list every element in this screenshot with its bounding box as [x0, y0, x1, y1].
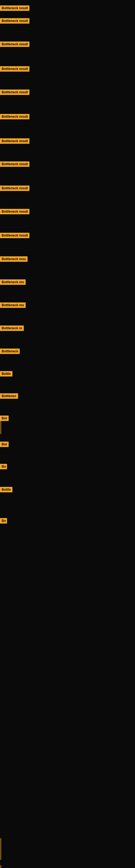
- bottleneck-label: Bottleneck result: [0, 209, 30, 214]
- bottleneck-label: Bottleneck result: [0, 138, 30, 144]
- bottleneck-label: Bottlenec: [0, 393, 18, 399]
- bottleneck-label: Bottleneck resu: [0, 256, 28, 262]
- bottleneck-label: Bottleneck result: [0, 90, 30, 95]
- bottleneck-label: Bottleneck res: [0, 303, 26, 308]
- bottleneck-label: Bottleneck result: [0, 5, 30, 11]
- vertical-line: [1, 418, 1, 434]
- bottleneck-label: Bottleneck result: [0, 233, 30, 238]
- bottleneck-label: Bottleneck re: [0, 326, 24, 331]
- bottleneck-label: Bottleneck result: [0, 41, 30, 47]
- bottleneck-label: Bottle: [0, 487, 12, 492]
- bottleneck-label: Bo: [0, 464, 7, 469]
- bottleneck-label: Bottleneck result: [0, 18, 30, 24]
- bottleneck-label: Bottleneck: [0, 348, 20, 354]
- bottleneck-label: Bot: [0, 415, 9, 421]
- vertical-line: [1, 838, 1, 860]
- bottleneck-label: Bottle: [0, 371, 12, 376]
- bottleneck-label: Bottleneck result: [0, 114, 30, 119]
- bottleneck-label: Bottleneck result: [0, 66, 30, 72]
- bottleneck-label: Bot: [0, 442, 9, 447]
- bottleneck-label: Bo: [0, 518, 7, 524]
- bottleneck-label: Bottleneck res: [0, 279, 26, 285]
- bottleneck-label: Bottleneck result: [0, 161, 30, 167]
- site-title: [0, 0, 135, 3]
- bottleneck-label: Bottleneck result: [0, 186, 30, 191]
- vertical-line: [1, 865, 1, 868]
